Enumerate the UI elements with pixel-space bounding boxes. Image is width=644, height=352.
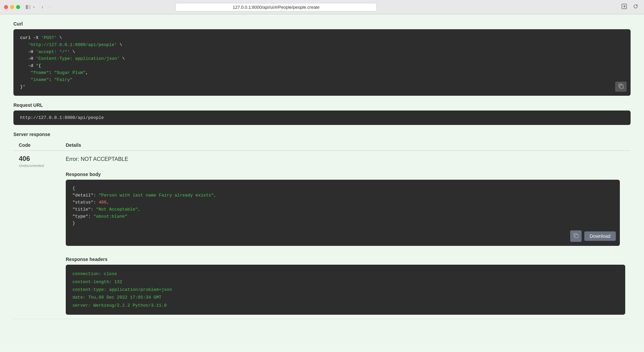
rb-line-4: "title": "Not Acceptable", (72, 206, 613, 213)
rh-line-5: server: Werkzeug/2.2.2 Python/3.11.0 (72, 302, 619, 309)
rb-line-3: "status": 406, (72, 199, 613, 206)
address-bar[interactable]: 127.0.0.1:8000/api/ui/#/People/people.cr… (175, 3, 377, 11)
details-header: Details (60, 140, 631, 151)
code-header: Code (13, 140, 60, 151)
svg-rect-3 (620, 85, 623, 88)
response-headers-section: Response headers connection: close conte… (66, 257, 625, 315)
curl-line-7: "lname": "Fairy" (20, 77, 624, 84)
response-body-actions: Download (570, 230, 616, 242)
request-url-title: Request URL (13, 102, 631, 108)
response-details-cell: Error: NOT ACCEPTABLE Response body { "d… (60, 151, 631, 319)
response-row-406: 406 Undocumented Error: NOT ACCEPTABLE R… (13, 151, 631, 319)
curl-copy-button[interactable] (615, 82, 627, 92)
response-code: 406 (19, 155, 55, 163)
rb-line-5: "type": "about:blank" (72, 213, 613, 220)
rh-line-4: date: Thu,08 Dec 2022 17:05:34 GMT (72, 294, 619, 301)
response-code-cell: 406 Undocumented (13, 151, 60, 319)
rb-line-2: "detail": "Person with last name Fairy a… (72, 192, 613, 199)
response-body-code: { "detail": "Person with last name Fairy… (66, 180, 620, 246)
download-button[interactable]: Download (584, 231, 616, 241)
sidebar-toggle[interactable] (25, 4, 36, 10)
svg-rect-1 (29, 5, 31, 9)
url-block: http://127.0.0.1:8000/api/people (13, 111, 631, 125)
url-text: 127.0.0.1:8000/api/ui/#/People/people.cr… (233, 5, 320, 10)
request-url-section: Request URL http://127.0.0.1:8000/api/pe… (13, 102, 631, 125)
curl-line-4: -H 'Content-Type: application/json' \ (20, 55, 624, 62)
window-chrome: ‹ › 127.0.0.1:8000/api/ui/#/People/peopl… (0, 0, 644, 14)
response-body-copy-button[interactable] (570, 230, 582, 242)
response-undocumented: Undocumented (19, 164, 44, 168)
refresh-button[interactable] (631, 3, 640, 11)
browser-actions (620, 3, 640, 11)
curl-line-2-url: 'http://127.0.0.1:8000/api/people' (20, 42, 117, 47)
server-response-title: Server response (13, 132, 631, 137)
back-button[interactable]: ‹ (40, 3, 45, 11)
curl-line-1: curl -X 'POST' \ (20, 35, 624, 42)
rh-line-2: content-length: 132 (72, 278, 619, 286)
rb-line-6: } (72, 220, 613, 227)
request-url-value: http://127.0.0.1:8000/api/people (20, 115, 104, 120)
curl-line-8: }' (20, 84, 624, 91)
rb-line-1: { (72, 185, 613, 192)
curl-line-3: -H 'accept: */*' \ (20, 49, 624, 56)
response-error: Error: NOT ACCEPTABLE (66, 155, 625, 162)
rh-line-3: content-type: application/problem+json (72, 286, 619, 294)
traffic-lights (4, 5, 20, 9)
nav-buttons: ‹ › (40, 3, 53, 11)
svg-rect-4 (575, 234, 578, 238)
curl-line-2: 'http://127.0.0.1:8000/api/people' \ (20, 42, 624, 49)
response-body-title: Response body (66, 172, 620, 177)
response-table: Code Details 406 Undocumented Error: NOT… (13, 140, 631, 319)
response-headers-code: connection: close content-length: 132 co… (66, 265, 625, 315)
forward-button[interactable]: › (47, 3, 52, 11)
rh-line-1: connection: close (72, 270, 619, 278)
minimize-button[interactable] (10, 5, 14, 9)
main-content: Curl curl -X 'POST' \ 'http://127.0.0.1:… (0, 14, 644, 352)
curl-line-6: "fname": "Sugar Plum", (20, 70, 624, 77)
maximize-button[interactable] (16, 5, 20, 9)
curl-line-1-part1: curl -X (20, 35, 41, 40)
curl-line-1-part2: 'POST' (41, 35, 57, 40)
share-button[interactable] (620, 3, 629, 11)
response-body-section: Response body { "detail": "Person with l… (66, 168, 625, 250)
curl-code-block: curl -X 'POST' \ 'http://127.0.0.1:8000/… (13, 29, 631, 96)
curl-line-5: -d '{ (20, 62, 624, 70)
close-button[interactable] (4, 5, 8, 9)
server-response-section: Server response Code Details 406 Undocum… (13, 132, 631, 319)
curl-title: Curl (13, 21, 631, 27)
curl-section: Curl curl -X 'POST' \ 'http://127.0.0.1:… (13, 21, 631, 96)
svg-rect-0 (26, 5, 28, 9)
response-headers-title: Response headers (66, 257, 625, 262)
curl-line-1-part3: \ (57, 35, 62, 40)
